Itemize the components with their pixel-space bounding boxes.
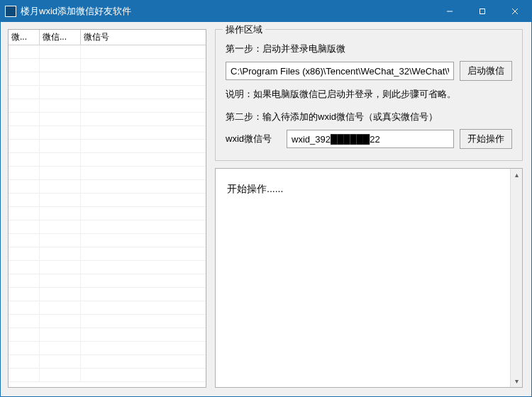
start-operation-button[interactable]: 开始操作 xyxy=(460,129,512,149)
log-text[interactable]: 开始操作...... xyxy=(216,169,510,387)
log-area: 开始操作...... ▴ ▾ xyxy=(215,168,523,388)
table-row xyxy=(9,126,206,140)
table-row xyxy=(9,342,206,355)
step1-note: 说明：如果电脑版微信已启动并登录，则此步骤可省略。 xyxy=(226,88,512,101)
groupbox-legend: 操作区域 xyxy=(223,23,265,36)
table-row xyxy=(9,86,206,99)
maximize-button[interactable] xyxy=(466,1,499,22)
step2-label: 第二步：输入待添加的wxid微信号（或真实微信号） xyxy=(226,111,512,123)
wxid-field-label: wxid微信号 xyxy=(226,133,281,145)
table-row xyxy=(9,113,206,126)
table-row xyxy=(9,247,206,261)
scroll-up-icon[interactable]: ▴ xyxy=(511,169,522,181)
table-row xyxy=(9,288,206,301)
right-panel: 操作区域 第一步：启动并登录电脑版微 启动微信 说明：如果电脑版微信已启动并登录… xyxy=(215,29,523,388)
table-header: 微... 微信... 微信号 xyxy=(9,30,206,45)
client-area: 微... 微信... 微信号 xyxy=(1,22,531,396)
wxid-input[interactable] xyxy=(287,130,454,148)
table-row xyxy=(9,315,206,328)
titlebar: 楼月wxid添加微信好友软件 xyxy=(1,1,531,22)
table-row xyxy=(9,167,206,180)
minimize-icon xyxy=(446,8,453,15)
table-row xyxy=(9,99,206,113)
table-row xyxy=(9,234,206,247)
table-row xyxy=(9,180,206,194)
operation-groupbox: 操作区域 第一步：启动并登录电脑版微 启动微信 说明：如果电脑版微信已启动并登录… xyxy=(215,29,523,161)
table-body xyxy=(9,45,206,387)
app-window: 楼月wxid添加微信好友软件 微... 微信... 微信号 xyxy=(0,0,532,397)
column-header-1[interactable]: 微... xyxy=(9,30,40,45)
table-row xyxy=(9,45,206,59)
table-row xyxy=(9,274,206,288)
column-header-3[interactable]: 微信号 xyxy=(81,30,206,45)
maximize-icon xyxy=(479,8,486,15)
left-panel: 微... 微信... 微信号 xyxy=(8,29,206,388)
results-table[interactable]: 微... 微信... 微信号 xyxy=(8,29,206,388)
close-icon xyxy=(511,8,519,15)
minimize-button[interactable] xyxy=(433,1,466,22)
step1-label: 第一步：启动并登录电脑版微 xyxy=(226,43,512,55)
table-row xyxy=(9,140,206,153)
wechat-path-input[interactable] xyxy=(226,62,454,80)
scroll-down-icon[interactable]: ▾ xyxy=(511,375,522,387)
close-button[interactable] xyxy=(499,1,531,22)
table-row xyxy=(9,153,206,167)
column-header-2[interactable]: 微信... xyxy=(40,30,81,45)
launch-wechat-button[interactable]: 启动微信 xyxy=(460,61,512,81)
log-scrollbar[interactable]: ▴ ▾ xyxy=(510,169,522,387)
window-title: 楼月wxid添加微信好友软件 xyxy=(21,5,433,18)
table-row xyxy=(9,194,206,207)
svg-rect-0 xyxy=(480,9,485,14)
scroll-track[interactable] xyxy=(511,181,522,375)
table-row xyxy=(9,261,206,274)
table-row xyxy=(9,328,206,342)
table-row xyxy=(9,72,206,86)
table-row xyxy=(9,301,206,315)
table-row xyxy=(9,220,206,234)
app-icon xyxy=(5,6,16,17)
table-row xyxy=(9,59,206,72)
table-row xyxy=(9,355,206,369)
table-row xyxy=(9,207,206,220)
table-row xyxy=(9,369,206,382)
